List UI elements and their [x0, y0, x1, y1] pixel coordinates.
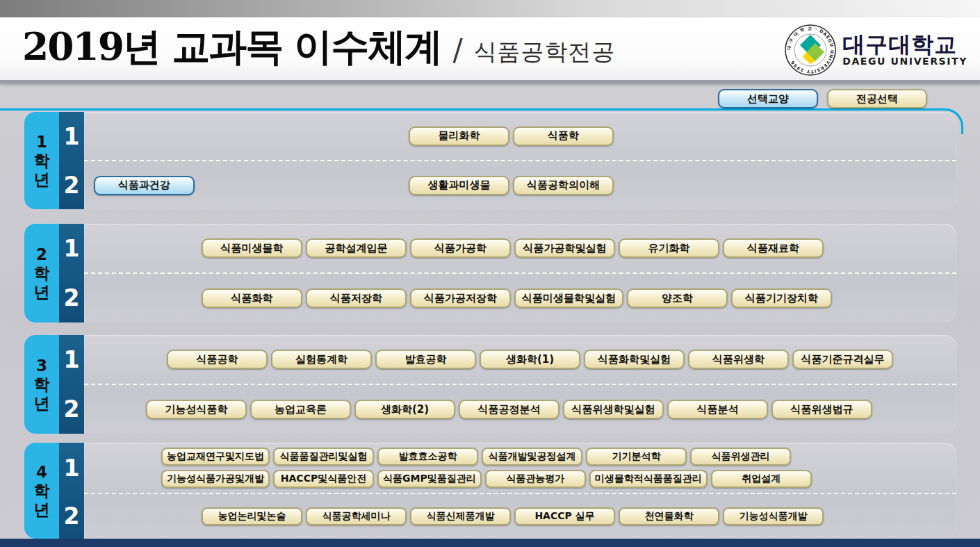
course-button[interactable]: 식품공정분석 — [459, 400, 560, 419]
year-label-char: 년 — [34, 283, 50, 302]
course-button[interactable]: 식품가공학 — [410, 238, 511, 258]
course-row: 물리화학식품학 — [84, 126, 956, 147]
course-button[interactable]: 생화학(1) — [480, 350, 580, 369]
university-wordmark: 대구대학교 DAEGU UNIVERSITY — [842, 33, 967, 67]
course-row: 식품미생물학공학설계입문식품가공학식품가공학및실험유기화학식품재료학 — [84, 238, 956, 259]
course-group: 기능성식품가공및개발HACCP및식품안전식품GMP및품질관리식품관능평가미생물학… — [161, 470, 812, 488]
course-button[interactable]: 식품GMP및품질관리 — [377, 470, 482, 488]
semester-block: 농업논리및논술식품공학세미나식품신제품개발HACCP 실무천연물화학기능성식품개… — [84, 494, 956, 539]
semester-block: 농업교재연구및지도법식품품질관리및실험발효효소공학식품개발및공정설계기기분석학식… — [84, 443, 956, 493]
course-button[interactable]: 식품기준규격실무 — [792, 350, 893, 369]
semester-number: 2 — [59, 493, 84, 539]
course-button[interactable]: 식품과건강 — [94, 176, 195, 195]
course-button[interactable]: 양조학 — [627, 288, 728, 308]
year-panel-3: 3학년12식품공학실험통계학발효공학생화학(1)식품화학및실험식품위생학식품기준… — [24, 335, 956, 434]
course-button[interactable]: 식품위생학및실험 — [563, 400, 664, 419]
legend-major-elective-button[interactable]: 전공선택 — [827, 89, 927, 108]
semester-number: 1 — [59, 443, 84, 493]
course-button[interactable]: 식품재료학 — [723, 238, 824, 258]
course-button[interactable]: 식품공학 — [167, 350, 268, 369]
course-button[interactable]: 발효효소공학 — [377, 448, 478, 466]
course-row: 식품공학실험통계학발효공학생화학(1)식품화학및실험식품위생학식품기준규격실무 — [84, 349, 956, 370]
semester-block: 식품과건강생활과미생물식품공학의이해 — [84, 161, 956, 209]
course-group: 식품공학실험통계학발효공학생화학(1)식품화학및실험식품위생학식품기준규격실무 — [167, 350, 893, 369]
course-button[interactable]: 기능성식품가공및개발 — [161, 470, 270, 488]
course-row: 농업논리및논술식품공학세미나식품신제품개발HACCP 실무천연물화학기능성식품개… — [84, 507, 956, 525]
year-label-char: 1 — [36, 133, 47, 152]
page-header: 2019년 교과목 이수체계 / 식품공학전공 대 구 대 학 교 · DAEG… — [0, 17, 980, 83]
course-button[interactable]: 기기분석학 — [586, 448, 687, 466]
year-label-char: 학 — [34, 152, 50, 170]
course-button[interactable]: 기능성식품학 — [146, 400, 247, 419]
course-button[interactable]: 천연물화학 — [619, 507, 719, 525]
course-button[interactable]: 식품저장학 — [306, 288, 407, 308]
course-button[interactable]: 식품신제품개발 — [410, 507, 511, 525]
year-label-char: 학 — [34, 264, 50, 283]
course-button[interactable]: 공학설계입문 — [306, 238, 407, 258]
course-button[interactable]: 식품공학세미나 — [306, 507, 407, 525]
course-button[interactable]: 식품위생법규 — [771, 400, 872, 419]
course-button[interactable]: 식품분석 — [667, 400, 768, 419]
course-button[interactable]: 발효공학 — [375, 350, 476, 369]
year-label-char: 년 — [34, 500, 50, 519]
course-button[interactable]: 생화학(2) — [354, 400, 455, 419]
course-group: 식품미생물학공학설계입문식품가공학식품가공학및실험유기화학식품재료학 — [202, 238, 824, 258]
year-label-char: 3 — [36, 357, 47, 375]
course-button[interactable]: 식품미생물학 — [202, 238, 302, 258]
course-button[interactable]: 식품학 — [513, 126, 614, 146]
course-group: 기능성식품학농업교육론생화학(2)식품공정분석식품위생학및실험식품분석식품위생법… — [146, 400, 872, 419]
year-label-char: 2 — [36, 245, 47, 264]
semester-block: 물리화학식품학 — [84, 112, 956, 160]
course-button[interactable]: 물리화학 — [409, 126, 509, 146]
year-label-char: 4 — [36, 463, 47, 482]
legend-liberal-elective-button[interactable]: 선택교양 — [718, 89, 818, 108]
course-button[interactable]: 유기화학 — [619, 238, 719, 258]
course-button[interactable]: 식품관능평가 — [485, 470, 586, 488]
course-group: 식품과건강 — [94, 176, 195, 195]
semester-bar: 12 — [59, 112, 84, 209]
legend: 선택교양 전공선택 — [718, 89, 927, 108]
course-button[interactable]: 생활과미생물 — [409, 176, 509, 195]
course-group: 식품화학식품저장학식품가공저장학식품미생물학및실험양조학식품기기장치학 — [202, 288, 832, 308]
course-button[interactable]: 식품위생관리 — [690, 448, 791, 466]
course-button[interactable]: 농업교재연구및지도법 — [161, 448, 270, 466]
semester-number: 2 — [59, 384, 84, 434]
semester-rows-area: 농업교재연구및지도법식품품질관리및실험발효효소공학식품개발및공정설계기기분석학식… — [84, 443, 956, 539]
semester-block: 기능성식품학농업교육론생화학(2)식품공정분석식품위생학및실험식품분석식품위생법… — [84, 385, 956, 434]
semester-number: 1 — [59, 335, 84, 384]
semester-number: 1 — [59, 112, 84, 161]
course-button[interactable]: 식품가공학및실험 — [514, 238, 615, 258]
course-button[interactable]: 취업설계 — [711, 470, 812, 488]
course-button[interactable]: 식품가공저장학 — [410, 288, 511, 308]
course-button[interactable]: 농업논리및논술 — [202, 507, 302, 525]
course-button[interactable]: 식품화학 — [202, 288, 302, 308]
year-label-2: 2학년 — [24, 224, 59, 323]
year-label-4: 4학년 — [24, 443, 59, 539]
course-row: 식품과건강생활과미생물식품공학의이해 — [84, 175, 956, 196]
year-panel-4: 4학년12농업교재연구및지도법식품품질관리및실험발효효소공학식품개발및공정설계기… — [24, 443, 956, 539]
course-row: 기능성식품가공및개발HACCP및식품안전식품GMP및품질관리식품관능평가미생물학… — [84, 470, 956, 488]
semester-block: 식품공학실험통계학발효공학생화학(1)식품화학및실험식품위생학식품기준규격실무 — [84, 335, 956, 384]
course-button[interactable]: 식품위생학 — [688, 350, 789, 369]
course-group: 농업교재연구및지도법식품품질관리및실험발효효소공학식품개발및공정설계기기분석학식… — [161, 448, 791, 466]
semester-number: 1 — [59, 224, 84, 273]
course-button[interactable]: 실험통계학 — [271, 350, 372, 369]
course-button[interactable]: 식품기기장치학 — [731, 288, 832, 308]
year-label-char: 학 — [34, 375, 50, 394]
university-name-korean: 대구대학교 — [842, 33, 967, 57]
semester-rows-area: 식품공학실험통계학발효공학생화학(1)식품화학및실험식품위생학식품기준규격실무기… — [84, 335, 956, 434]
course-button[interactable]: 미생물학적식품품질관리 — [589, 470, 708, 488]
course-button[interactable]: HACCP 실무 — [514, 507, 615, 525]
course-button[interactable]: 식품품질관리및실험 — [273, 448, 374, 466]
course-button[interactable]: 기능성식품개발 — [723, 507, 824, 525]
course-button[interactable]: HACCP및식품안전 — [273, 470, 374, 488]
course-button[interactable]: 식품공학의이해 — [513, 176, 614, 195]
course-button[interactable]: 식품개발및공정설계 — [482, 448, 582, 466]
semester-bar: 12 — [59, 443, 84, 539]
semester-bar: 12 — [59, 335, 84, 434]
course-button[interactable]: 식품미생물학및실험 — [514, 288, 623, 308]
course-button[interactable]: 식품화학및실험 — [584, 350, 685, 369]
course-group: 생활과미생물식품공학의이해 — [409, 176, 614, 195]
course-button[interactable]: 농업교육론 — [250, 400, 351, 419]
university-logo: 대 구 대 학 교 · DAEGU UNIVERSITY 1956 대구대학교 … — [784, 24, 967, 76]
